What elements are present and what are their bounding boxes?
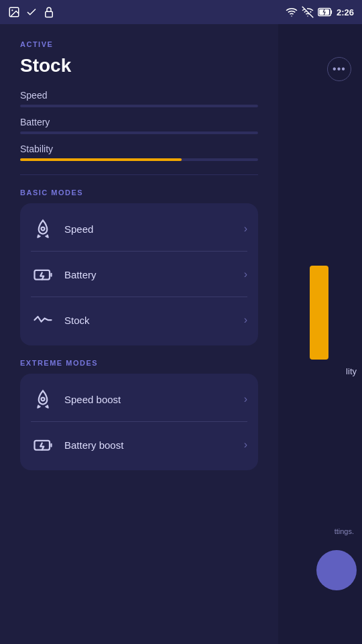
check-icon xyxy=(25,6,38,18)
extreme-battery-boost-item[interactable]: Battery boost › xyxy=(20,422,258,468)
overlay-oval-button[interactable] xyxy=(316,550,357,590)
basic-speed-label: Speed xyxy=(64,223,244,235)
stability-bar-indicator xyxy=(310,266,328,360)
active-section: ACTIVE Stock Speed Battery Stability xyxy=(20,40,258,161)
chevron-right-battery: › xyxy=(244,268,247,280)
extreme-modes-section: EXTREME MODES Speed boost › xyxy=(20,359,258,470)
extreme-battery-boost-label: Battery boost xyxy=(64,439,244,451)
status-icons-left xyxy=(8,6,55,18)
status-icons-right: 2:26 xyxy=(286,6,354,18)
settings-partial-text: ttings. xyxy=(335,527,359,535)
battery-charging-icon-extreme xyxy=(31,433,55,457)
svg-rect-7 xyxy=(330,10,332,14)
svg-point-1 xyxy=(11,9,13,11)
battery-bar-background xyxy=(20,131,258,134)
rocket-icon-speed xyxy=(31,217,55,241)
chevron-right-speed: › xyxy=(244,223,247,235)
chevron-right-battery-boost: › xyxy=(244,439,247,451)
svg-rect-2 xyxy=(46,11,53,17)
stability-label: Stability xyxy=(20,144,258,154)
speed-metric: Speed xyxy=(20,90,258,107)
basic-modes-card: Speed › Battery › xyxy=(20,203,258,345)
active-section-label: ACTIVE xyxy=(20,40,258,48)
extreme-speed-boost-item[interactable]: Speed boost › xyxy=(20,376,258,422)
extreme-modes-card: Speed boost › Battery boost › xyxy=(20,374,258,470)
stability-bar-background xyxy=(20,158,258,161)
basic-stock-label: Stock xyxy=(64,315,244,326)
basic-speed-item[interactable]: Speed › xyxy=(20,206,258,252)
active-mode-title: Stock xyxy=(20,55,258,76)
more-options-icon: ••• xyxy=(333,63,346,75)
svg-point-5 xyxy=(307,15,308,17)
speed-bar-background xyxy=(20,105,258,107)
waveform-icon-stock xyxy=(31,308,55,332)
battery-status-icon xyxy=(318,7,333,17)
signal-icon xyxy=(302,6,314,18)
basic-battery-label: Battery xyxy=(64,269,244,280)
svg-point-9 xyxy=(42,227,45,231)
rocket-icon-speed-boost xyxy=(31,387,55,411)
more-options-button[interactable]: ••• xyxy=(327,57,351,81)
stability-bar-fill xyxy=(20,158,182,161)
wifi-icon xyxy=(286,6,298,18)
speed-label: Speed xyxy=(20,90,258,101)
main-content: ACTIVE Stock Speed Battery Stability BAS… xyxy=(0,24,278,644)
battery-charging-icon-basic xyxy=(31,262,55,286)
right-panel: lity ttings. xyxy=(278,24,362,644)
svg-point-3 xyxy=(291,15,292,17)
battery-metric: Battery xyxy=(20,117,258,134)
status-bar: 2:26 xyxy=(0,0,362,24)
basic-modes-label: BASIC MODES xyxy=(20,189,258,197)
status-time: 2:26 xyxy=(337,7,354,17)
basic-modes-section: BASIC MODES Speed › xyxy=(20,189,258,345)
battery-label: Battery xyxy=(20,117,258,127)
stability-metric: Stability xyxy=(20,144,258,161)
basic-stock-item[interactable]: Stock › xyxy=(20,297,258,343)
extreme-speed-boost-label: Speed boost xyxy=(64,394,244,405)
lock-icon xyxy=(43,6,55,18)
chevron-right-stock: › xyxy=(244,314,247,326)
basic-battery-item[interactable]: Battery › xyxy=(20,252,258,297)
extreme-modes-label: EXTREME MODES xyxy=(20,359,258,367)
stability-partial-label: lity xyxy=(346,366,357,376)
chevron-right-speed-boost: › xyxy=(244,393,247,405)
svg-point-11 xyxy=(42,398,45,401)
section-divider-1 xyxy=(20,174,258,175)
image-icon xyxy=(8,6,20,18)
